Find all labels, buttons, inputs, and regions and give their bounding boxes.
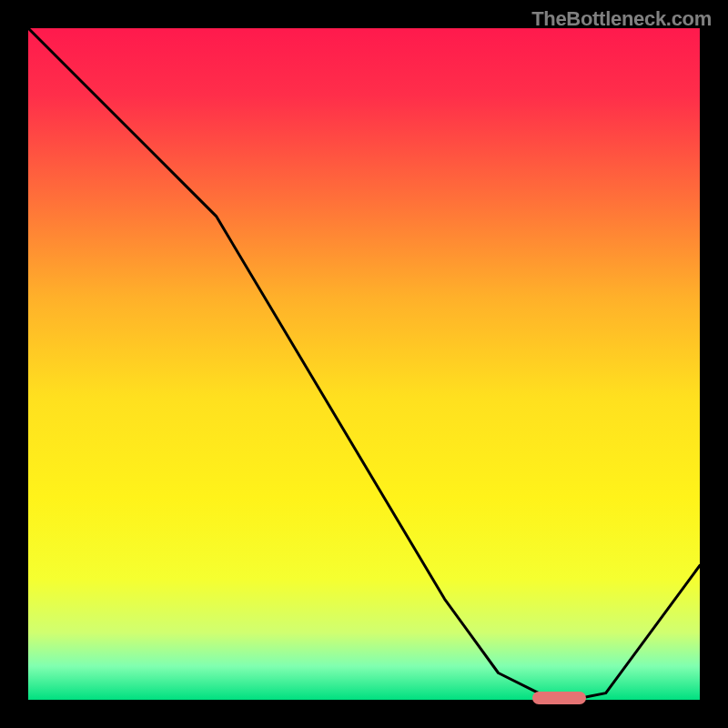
curve-layer bbox=[28, 28, 700, 700]
plot-area bbox=[28, 28, 700, 700]
watermark-text: TheBottleneck.com bbox=[531, 7, 712, 31]
bottleneck-curve bbox=[28, 28, 700, 700]
optimal-marker bbox=[532, 692, 586, 704]
